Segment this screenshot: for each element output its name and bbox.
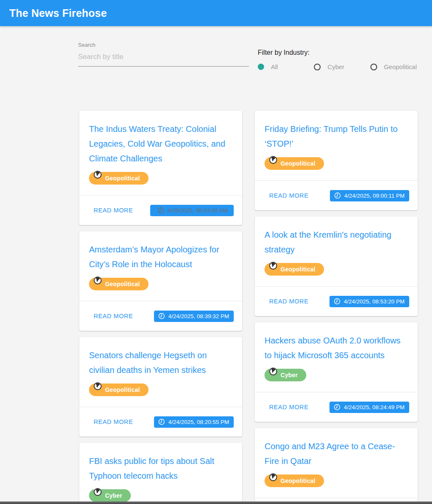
card-content: FBI asks public for tips about Salt Typh… (79, 443, 242, 504)
timestamp-chip: 4/24/2025, 08:53:20 PM (329, 296, 409, 307)
category-badge-label: Geopolitical (105, 386, 140, 393)
article-title-link[interactable]: Hackers abuse OAuth 2.0 workflows to hij… (265, 333, 408, 363)
category-badge-label: Geopolitical (281, 266, 316, 273)
clock-icon (157, 206, 165, 214)
bottom-edge-bar (0, 501, 432, 504)
search-label: Search (78, 42, 249, 48)
badge-row: Geopolitical (89, 166, 232, 185)
news-card: Congo and M23 Agree to a Cease-Fire in Q… (255, 428, 418, 504)
news-card: FBI asks public for tips about Salt Typh… (79, 443, 242, 504)
globe-icon (269, 473, 278, 482)
industry-filter: Filter by Industry: AllCyberGeopolitical (258, 49, 427, 70)
news-card-grid: The Indus Waters Treaty: Colonial Legaci… (79, 111, 418, 504)
card-content: Amsterdam’s Mayor Apologizes for City’s … (79, 231, 242, 301)
card-footer: READ MORE4/25/2025, 06:03:00 AM (79, 195, 242, 225)
category-badge: Cyber (89, 489, 131, 502)
badge-row: Geopolitical (265, 151, 408, 170)
globe-icon (93, 170, 102, 179)
badge-row: Geopolitical (89, 272, 232, 290)
card-column-right: Friday Briefing: Trump Tells Putin to ‘S… (255, 111, 418, 504)
timestamp-chip: 4/24/2025, 08:24:49 PM (329, 402, 409, 413)
clock-icon (333, 298, 341, 305)
article-title-link[interactable]: Amsterdam’s Mayor Apologizes for City’s … (89, 242, 232, 272)
article-title-link[interactable]: FBI asks public for tips about Salt Typh… (89, 454, 232, 483)
article-title-link[interactable]: Congo and M23 Agree to a Cease-Fire in Q… (265, 439, 408, 469)
read-more-button[interactable]: READ MORE (265, 295, 313, 308)
card-footer: READ MORE4/24/2025, 08:24:49 PM (255, 392, 418, 422)
news-card: Hackers abuse OAuth 2.0 workflows to hij… (255, 322, 418, 422)
news-card: Friday Briefing: Trump Tells Putin to ‘S… (255, 111, 418, 210)
timestamp-text: 4/24/2025, 08:39:32 PM (168, 313, 229, 319)
card-content: Senators challenge Hegseth on civilian d… (79, 337, 242, 407)
globe-icon (269, 155, 278, 164)
card-footer: READ MORE4/24/2025, 08:39:32 PM (79, 301, 242, 331)
card-column-left: The Indus Waters Treaty: Colonial Legaci… (79, 111, 242, 504)
read-more-button[interactable]: READ MORE (265, 189, 313, 202)
timestamp-chip: 4/24/2025, 08:39:32 PM (154, 311, 234, 322)
card-content: A look at the Kremlin's negotiating stra… (255, 217, 418, 286)
app-title: The News Firehose (9, 7, 107, 19)
article-title-link[interactable]: A look at the Kremlin's negotiating stra… (265, 228, 408, 257)
category-badge: Geopolitical (89, 383, 148, 396)
read-more-button[interactable]: READ MORE (89, 309, 137, 323)
radio-unchecked-icon[interactable] (314, 64, 321, 70)
badge-row: Cyber (89, 483, 232, 502)
app-header: The News Firehose (0, 0, 432, 26)
clock-icon (334, 192, 341, 199)
timestamp-text: 4/24/2025, 09:00:11 PM (344, 193, 405, 199)
category-badge: Geopolitical (265, 263, 324, 276)
news-card: A look at the Kremlin's negotiating stra… (255, 217, 418, 316)
radio-option-all[interactable]: All (258, 63, 314, 70)
timestamp-chip: 4/24/2025, 08:20:55 PM (154, 416, 234, 428)
card-content: Friday Briefing: Trump Tells Putin to ‘S… (255, 111, 418, 180)
timestamp-chip: 4/24/2025, 09:00:11 PM (330, 190, 409, 201)
news-card: The Indus Waters Treaty: Colonial Legaci… (79, 111, 242, 225)
timestamp-text: 4/24/2025, 08:24:49 PM (344, 404, 405, 410)
globe-icon (269, 367, 278, 376)
category-badge-label: Geopolitical (281, 160, 316, 167)
category-badge: Cyber (265, 369, 306, 381)
article-title-link[interactable]: Friday Briefing: Trump Tells Putin to ‘S… (265, 122, 408, 151)
card-content: Hackers abuse OAuth 2.0 workflows to hij… (255, 322, 418, 392)
globe-icon (93, 276, 102, 285)
badge-row: Geopolitical (265, 257, 408, 276)
timestamp-text: 4/24/2025, 08:20:55 PM (168, 419, 229, 425)
badge-row: Geopolitical (265, 469, 408, 487)
category-badge-label: Geopolitical (105, 281, 140, 287)
radio-option-cyber[interactable]: Cyber (314, 63, 370, 70)
clock-icon (333, 403, 341, 411)
timestamp-chip: 4/25/2025, 06:03:00 AM (150, 205, 234, 216)
globe-icon (93, 382, 102, 391)
read-more-button[interactable]: READ MORE (89, 415, 137, 429)
globe-icon (269, 261, 278, 270)
timestamp-text: 4/25/2025, 06:03:00 AM (167, 207, 228, 214)
filter-label: Filter by Industry: (258, 49, 427, 56)
category-badge-label: Cyber (281, 372, 298, 378)
radio-checked-icon[interactable] (258, 64, 264, 70)
news-card: Senators challenge Hegseth on civilian d… (79, 337, 242, 437)
radio-option-label: All (271, 63, 278, 70)
category-badge-label: Geopolitical (105, 175, 140, 182)
category-badge: Geopolitical (265, 157, 324, 170)
globe-icon (93, 488, 102, 496)
badge-row: Geopolitical (89, 378, 232, 396)
radio-option-geopolitical[interactable]: Geopolitical (370, 63, 427, 70)
clock-icon (158, 418, 165, 426)
read-more-button[interactable]: READ MORE (265, 400, 313, 414)
article-title-link[interactable]: Senators challenge Hegseth on civilian d… (89, 348, 232, 378)
industry-radio-group: AllCyberGeopolitical (258, 63, 427, 70)
search-input[interactable] (78, 52, 249, 67)
read-more-button[interactable]: READ MORE (89, 204, 137, 217)
card-footer: READ MORE4/24/2025, 08:20:55 PM (79, 407, 242, 437)
badge-row: Cyber (265, 363, 408, 381)
timestamp-text: 4/24/2025, 08:53:20 PM (344, 298, 405, 305)
article-title-link[interactable]: The Indus Waters Treaty: Colonial Legaci… (89, 122, 232, 166)
clock-icon (158, 312, 165, 320)
radio-option-label: Geopolitical (384, 63, 417, 70)
category-badge-label: Geopolitical (281, 477, 316, 484)
radio-unchecked-icon[interactable] (370, 64, 377, 70)
card-footer: READ MORE4/24/2025, 09:00:11 PM (255, 180, 418, 210)
category-badge: Geopolitical (89, 278, 148, 290)
card-content: The Indus Waters Treaty: Colonial Legaci… (79, 111, 242, 195)
category-badge: Geopolitical (265, 475, 324, 487)
